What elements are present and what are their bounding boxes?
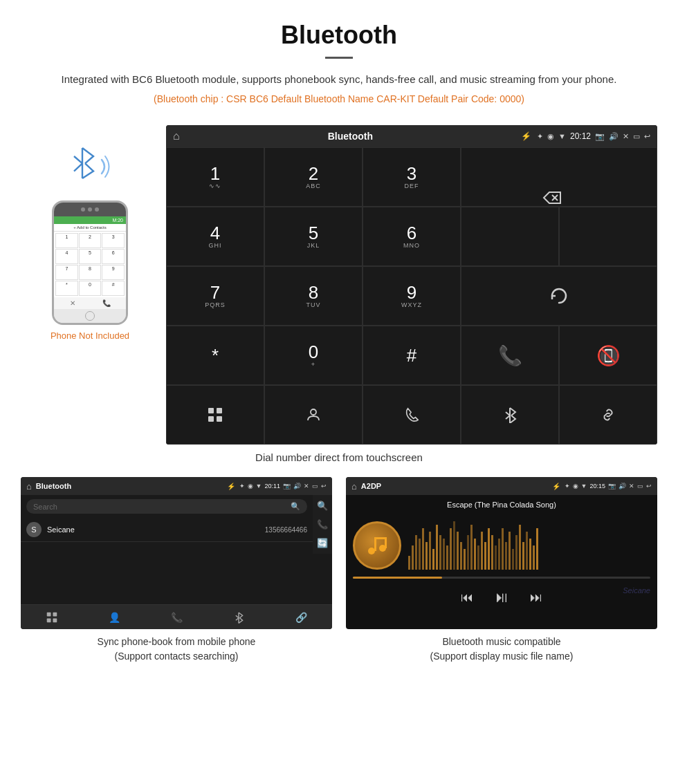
dial-key-2[interactable]: 2 ABC xyxy=(264,147,363,207)
home-icon[interactable]: ⌂ xyxy=(173,130,180,142)
music-controls-area xyxy=(346,577,657,579)
phone-key-star: * xyxy=(55,281,78,296)
album-art xyxy=(353,521,401,570)
pb-home-icon[interactable]: ⌂ xyxy=(26,481,32,492)
phone-home-button xyxy=(85,311,95,321)
signal-icon: ▼ xyxy=(558,132,566,140)
music-visualizer xyxy=(408,521,650,570)
watermark: Seicane xyxy=(623,586,650,595)
phonebook-shot: ⌂ Bluetooth ⚡ ✦ ◉ ▼ 20:11 📷 🔊 ✕ ▭ ↩ xyxy=(21,477,332,664)
page-spec: (Bluetooth chip : CSR BC6 Default Blueto… xyxy=(42,93,636,104)
next-track-icon[interactable]: ⏭ xyxy=(530,590,542,605)
dial-key-6[interactable]: 6 MNO xyxy=(363,207,461,266)
pb-status-icons: ✦ ◉ ▼ 20:11 📷 🔊 ✕ ▭ ↩ xyxy=(239,483,327,489)
pb-nav-phone[interactable]: 📞 xyxy=(145,605,208,629)
back-icon[interactable]: ↩ xyxy=(644,132,650,141)
location-icon: ◉ xyxy=(547,132,554,141)
search-icon[interactable]: 🔍 xyxy=(291,502,300,511)
phone-key-4: 4 xyxy=(55,249,78,264)
dial-endcall-button[interactable]: 📵 xyxy=(559,326,657,385)
music-vol-icon: 🔊 xyxy=(619,483,626,489)
phone-key-5: 5 xyxy=(79,249,102,264)
dial-backspace-button[interactable] xyxy=(461,147,657,207)
dial-phone-button[interactable] xyxy=(363,385,461,445)
play-pause-icon[interactable]: ⏯ xyxy=(494,588,509,606)
dial-contacts-button[interactable] xyxy=(264,385,363,445)
svg-rect-9 xyxy=(47,618,51,622)
dialpad-grid: 1 ∿∿ 2 ABC 3 DEF 4 GHI xyxy=(166,147,657,445)
music-sig-icon: ▼ xyxy=(581,483,587,489)
dial-key-9[interactable]: 9 WXYZ xyxy=(363,266,461,326)
dial-call-button[interactable]: 📞 xyxy=(461,326,559,385)
svg-rect-2 xyxy=(208,408,214,413)
pb-nav-contacts[interactable]: 👤 xyxy=(83,605,145,629)
prev-track-icon[interactable]: ⏮ xyxy=(461,590,473,605)
dial-key-0[interactable]: 0 + xyxy=(264,326,363,385)
phone-mock: M:20 + Add to Contacts 1 2 3 4 5 6 7 8 9… xyxy=(52,200,128,325)
music-x-icon: ✕ xyxy=(629,483,634,489)
phonebook-search-bar[interactable]: Search 🔍 xyxy=(26,499,307,514)
dial-key-1[interactable]: 1 ∿∿ xyxy=(166,147,264,207)
dial-screen: ⌂ Bluetooth ⚡ ✦ ◉ ▼ 20:12 📷 🔊 ✕ ▭ ↩ 1 ∿∿ xyxy=(166,125,657,445)
dial-key-hash[interactable]: # xyxy=(363,326,461,385)
bottom-screenshots: ⌂ Bluetooth ⚡ ✦ ◉ ▼ 20:11 📷 🔊 ✕ ▭ ↩ xyxy=(0,477,678,664)
dial-apps-button[interactable] xyxy=(166,385,264,445)
music-time: 20:15 xyxy=(589,483,605,489)
pb-sidebar-phone-icon[interactable]: 📞 xyxy=(317,519,328,530)
pb-bottom-bar: 👤 📞 🔗 xyxy=(21,604,332,629)
phone-key-hash: # xyxy=(102,281,125,296)
camera-icon: 📷 xyxy=(595,132,605,141)
call-red-icon: 📵 xyxy=(596,344,621,367)
pb-bt-icon: ✦ xyxy=(239,483,245,489)
contact-name: Seicane xyxy=(47,525,259,534)
pb-nav-link[interactable]: 🔗 xyxy=(270,605,332,629)
pb-usb-icon: ⚡ xyxy=(227,483,235,490)
music-status-icons: ✦ ◉ ▼ 20:15 📷 🔊 ✕ ▭ ↩ xyxy=(565,483,652,489)
music-screen: ⌂ A2DP ⚡ ✦ ◉ ▼ 20:15 📷 🔊 ✕ ▭ ↩ Escape (T… xyxy=(346,477,657,629)
contact-row[interactable]: S Seicane 13566664466 xyxy=(21,518,313,542)
phonebook-screen: ⌂ Bluetooth ⚡ ✦ ◉ ▼ 20:11 📷 🔊 ✕ ▭ ↩ xyxy=(21,477,332,629)
dial-key-4[interactable]: 4 GHI xyxy=(166,207,264,266)
dial-bluetooth-nav-button[interactable] xyxy=(461,385,559,445)
contact-number: 13566664466 xyxy=(265,526,307,534)
phone-add-contact: + Add to Contacts xyxy=(54,224,126,232)
music-shot: ⌂ A2DP ⚡ ✦ ◉ ▼ 20:15 📷 🔊 ✕ ▭ ↩ Escape (T… xyxy=(346,477,657,664)
dial-refresh-button[interactable] xyxy=(461,266,657,326)
dial-key-8[interactable]: 8 TUV xyxy=(264,266,363,326)
phone-top-bar xyxy=(54,203,126,216)
phone-illustration: M:20 + Add to Contacts 1 2 3 4 5 6 7 8 9… xyxy=(21,125,159,341)
pb-sidebar-refresh-icon[interactable]: 🔄 xyxy=(317,538,328,548)
bluetooth-status-icon: ✦ xyxy=(537,132,543,141)
status-icons: ✦ ◉ ▼ 20:12 📷 🔊 ✕ ▭ ↩ xyxy=(537,131,650,141)
music-content-area xyxy=(346,514,657,577)
dial-key-5[interactable]: 5 JKL xyxy=(264,207,363,266)
call-green-icon: 📞 xyxy=(498,344,522,367)
phone-key-1: 1 xyxy=(55,233,78,248)
dial-key-7[interactable]: 7 PQRS xyxy=(166,266,264,326)
pb-sidebar-search-icon[interactable]: 🔍 xyxy=(317,501,328,511)
music-home-icon[interactable]: ⌂ xyxy=(351,481,357,492)
dial-key-star[interactable]: * xyxy=(166,326,264,385)
page-header: Bluetooth Integrated with BC6 Bluetooth … xyxy=(0,0,678,125)
usb-icon: ⚡ xyxy=(521,131,531,141)
pb-nav-apps[interactable] xyxy=(21,605,83,629)
music-statusbar: ⌂ A2DP ⚡ ✦ ◉ ▼ 20:15 📷 🔊 ✕ ▭ ↩ xyxy=(346,477,657,495)
music-screen-title: A2DP xyxy=(361,482,381,490)
song-title: Escape (The Pina Colada Song) xyxy=(346,495,657,509)
phone-bottom xyxy=(54,309,126,323)
bluetooth-waves-icon xyxy=(66,146,114,194)
pb-screen-title: Bluetooth xyxy=(36,482,71,490)
phone-key-9: 9 xyxy=(102,265,125,280)
phone-key-6: 6 xyxy=(102,249,125,264)
music-usb-icon: ⚡ xyxy=(552,483,560,490)
svg-rect-7 xyxy=(47,612,51,616)
pb-back-icon[interactable]: ↩ xyxy=(321,483,327,489)
x-icon: ✕ xyxy=(623,132,629,141)
music-back-icon[interactable]: ↩ xyxy=(646,483,652,489)
dial-empty-42 xyxy=(461,207,559,266)
pb-nav-bluetooth[interactable] xyxy=(208,605,270,629)
dial-key-3[interactable]: 3 DEF xyxy=(363,147,461,207)
dial-link-button[interactable] xyxy=(559,385,657,445)
contact-avatar: S xyxy=(26,522,42,537)
page-description: Integrated with BC6 Bluetooth module, su… xyxy=(42,71,636,88)
